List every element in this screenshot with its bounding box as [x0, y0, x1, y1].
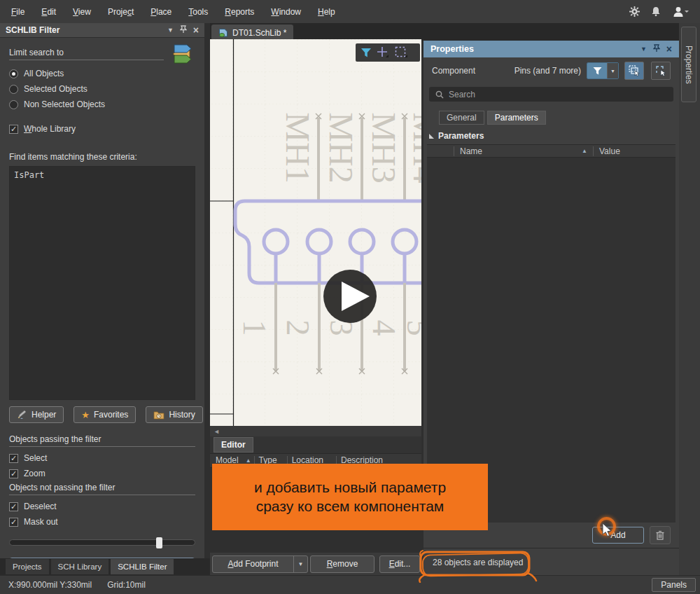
mask-level-slider[interactable]	[9, 539, 195, 546]
checkbox-zoom[interactable]: ✓ Zoom	[9, 466, 195, 481]
pencil-icon	[17, 410, 27, 420]
menu-place[interactable]: Place	[142, 3, 180, 21]
favorites-button[interactable]: ★ Favorites	[74, 406, 136, 423]
panel-pin-icon[interactable]	[180, 25, 187, 35]
cursor-coordinates: X:990.000mil Y:330mil	[8, 580, 92, 590]
add-footprint-button[interactable]: Add Footprint ▼	[212, 555, 308, 573]
select-area-tool-icon[interactable]	[395, 46, 409, 59]
callout-line-1: и добавить новый параметр	[254, 479, 446, 496]
filter-tool-icon[interactable]	[360, 47, 372, 58]
sort-asc-icon: ▲	[246, 457, 251, 464]
history-button[interactable]: History	[146, 406, 202, 423]
component-row: Component Pins (and 7 more) ▼	[424, 57, 679, 84]
search-icon	[435, 90, 444, 99]
scope-filter-dropdown[interactable]: ▼	[607, 63, 618, 78]
query-editor[interactable]: IsPart	[9, 166, 195, 400]
tab-schlib-filter[interactable]: SCHLIB Filter	[111, 559, 174, 574]
sort-asc-icon: ▲	[582, 148, 587, 154]
tab-sch-library[interactable]: SCH Library	[51, 559, 109, 574]
user-icon[interactable]	[672, 6, 690, 18]
menu-project[interactable]: Project	[99, 3, 142, 21]
objects-displayed-status: 28 objects are displayed	[433, 558, 523, 567]
properties-tabs: General Parameters	[439, 111, 679, 125]
bell-icon[interactable]	[651, 6, 661, 17]
canvas-h-scrollbar[interactable]: ◄	[210, 426, 421, 436]
parameters-section-header[interactable]: Parameters	[424, 125, 679, 144]
remove-button[interactable]: Remove	[310, 555, 374, 573]
checkbox-icon: ✓	[9, 469, 18, 478]
edit-button[interactable]: Edit...	[379, 555, 420, 573]
tutorial-callout: и добавить новый параметр сразу ко всем …	[212, 464, 488, 530]
column-value[interactable]: Value	[593, 146, 676, 156]
document-tab[interactable]: DT01.SchLib *	[211, 25, 293, 41]
menu-window[interactable]: Window	[262, 3, 309, 21]
schematic-canvas[interactable]: MH1 MH2 MH3 MH4	[210, 39, 421, 426]
scope-filter-button[interactable]: ▼	[587, 62, 619, 79]
checkbox-mask-out[interactable]: ✓ Mask out	[9, 514, 195, 530]
schlib-doc-icon	[218, 28, 228, 38]
panel-dropdown-icon[interactable]: ▼	[167, 27, 174, 34]
panels-button[interactable]: Panels	[652, 578, 696, 592]
menu-file[interactable]: File	[3, 3, 33, 21]
tab-parameters[interactable]: Parameters	[487, 111, 546, 125]
parameters-table-header: Name ▲ Value	[427, 144, 676, 158]
checkbox-icon: ✓	[9, 502, 18, 511]
scroll-left-icon[interactable]: ◄	[214, 428, 220, 435]
column-name[interactable]: Name ▲	[454, 146, 593, 156]
panel-close-icon[interactable]: ×	[666, 46, 672, 53]
editor-button[interactable]: Editor	[214, 437, 253, 453]
checkbox-icon: ✓	[9, 518, 18, 527]
slider-handle[interactable]	[156, 537, 162, 548]
collapse-icon	[429, 134, 434, 139]
menu-tools[interactable]: Tools	[180, 3, 216, 21]
panel-dock-strip: Properties	[679, 23, 700, 575]
select-touching-button[interactable]	[651, 62, 671, 80]
properties-side-tab[interactable]: Properties	[681, 27, 696, 102]
panel-dropdown-icon[interactable]: ▼	[640, 46, 647, 53]
delete-parameter-button[interactable]	[650, 526, 671, 544]
helper-button[interactable]: Helper	[9, 406, 64, 423]
panel-pin-icon[interactable]	[653, 44, 660, 54]
filter-panel-title: SCHLIB Filter	[6, 25, 59, 35]
select-overlapping-button[interactable]	[624, 62, 644, 80]
limit-search-label: Limit search to	[9, 48, 164, 60]
checkbox-select[interactable]: ✓ Select	[9, 450, 195, 466]
panel-close-icon[interactable]: ×	[193, 27, 199, 34]
document-tab-strip: DT01.SchLib *	[210, 23, 679, 41]
radio-selected-objects[interactable]: Selected Objects	[9, 81, 195, 97]
move-tool-icon[interactable]	[377, 46, 390, 59]
menu-view[interactable]: View	[64, 3, 99, 21]
edit-query-icon[interactable]	[169, 43, 195, 67]
pin-name-label: MH3	[365, 112, 402, 183]
menu-edit[interactable]: Edit	[33, 3, 64, 21]
menu-reports[interactable]: Reports	[216, 3, 262, 21]
search-input[interactable]: Search	[429, 87, 673, 102]
radio-all-objects[interactable]: All Objects	[9, 66, 195, 81]
schlib-filter-panel: SCHLIB Filter ▼ × Limit search to	[0, 23, 204, 558]
tab-projects[interactable]: Projects	[6, 559, 49, 574]
menu-bar: File Edit View Project Place Tools Repor…	[0, 0, 700, 23]
checkbox-icon: ✓	[9, 454, 18, 463]
pin-number-label: 1	[237, 320, 272, 336]
add-footprint-dropdown[interactable]: ▼	[293, 556, 307, 572]
canvas-floating-toolbar	[356, 43, 420, 62]
filter-panel-header: SCHLIB Filter ▼ ×	[0, 23, 204, 38]
video-play-button[interactable]	[323, 270, 377, 323]
funnel-icon[interactable]	[587, 63, 607, 78]
status-bar: X:990.000mil Y:330mil Grid:10mil Panels	[0, 575, 700, 594]
pin-number-label: 2	[280, 320, 316, 336]
footprint-actions-row: Add Footprint ▼ Remove Edit...	[210, 553, 421, 575]
gear-icon[interactable]	[629, 6, 640, 17]
checkbox-deselect[interactable]: ✓ Deselect	[9, 499, 195, 514]
menu-help[interactable]: Help	[309, 3, 344, 21]
radio-icon	[9, 69, 18, 78]
radio-icon	[9, 100, 18, 109]
checkbox-whole-library[interactable]: ✓ Whole Library	[9, 121, 195, 137]
criteria-label: Find items matching these criteria:	[9, 152, 195, 162]
star-icon: ★	[81, 410, 90, 420]
passing-filter-label: Objects passing the filter	[9, 434, 195, 447]
schematic-drawing: MH1 MH2 MH3 MH4	[210, 39, 421, 426]
pin-name-label: MH4	[407, 112, 422, 183]
radio-non-selected-objects[interactable]: Non Selected Objects	[9, 97, 195, 112]
tab-general[interactable]: General	[439, 111, 484, 125]
